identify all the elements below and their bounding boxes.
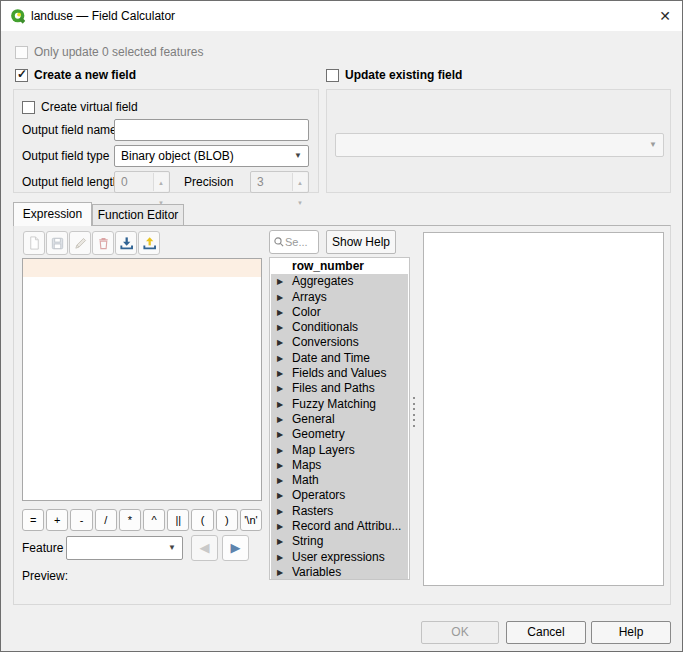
title-bar: landuse — Field Calculator ✕ [1,1,682,31]
output-field-type-select[interactable]: Binary object (BLOB) ▼ [114,145,309,167]
spin-up-icon[interactable]: ▲ [158,173,164,193]
precision-value: 3 [257,175,264,189]
create-new-field-checkbox[interactable]: ✓ [15,69,28,82]
only-update-selected-label: Only update 0 selected features [34,45,203,60]
update-existing-field-checkbox[interactable] [326,69,339,82]
existing-field-select[interactable]: ▼ [335,133,664,157]
create-virtual-field-label: Create virtual field [41,100,138,115]
tab-expression-label: Expression [23,207,82,221]
tab-function-editor[interactable]: Function Editor [92,204,184,225]
precision-spinner[interactable]: 3 ▲ ▼ [250,171,309,193]
window-title: landuse — Field Calculator [31,1,175,31]
output-field-length-spinner[interactable]: 0 ▲ ▼ [114,171,170,193]
ok-button[interactable]: OK [421,621,499,644]
expression-tab-pane [13,225,671,605]
output-field-length-value: 0 [121,175,128,189]
create-new-field-label: Create a new field [34,68,136,83]
help-button[interactable]: Help [591,621,671,644]
output-field-name-input[interactable] [114,119,309,141]
spinner-arrows-icon[interactable]: ▲ ▼ [153,173,168,191]
qgis-logo-icon [10,8,27,25]
chevron-down-icon: ▼ [294,146,302,166]
cancel-button[interactable]: Cancel [506,621,586,644]
close-icon[interactable]: ✕ [650,2,680,30]
check-icon: ✓ [17,67,27,81]
update-existing-field-label: Update existing field [345,68,462,83]
output-field-type-label: Output field type [22,149,109,164]
output-field-length-label: Output field length [22,175,119,190]
spin-up-icon[interactable]: ▲ [297,173,303,193]
create-virtual-field-checkbox[interactable] [22,101,35,114]
new-field-group: Create virtual field Output field name O… [13,89,319,193]
spin-down-icon[interactable]: ▼ [297,193,303,213]
spinner-arrows-icon[interactable]: ▲ ▼ [292,173,307,191]
chevron-down-icon: ▼ [649,134,657,156]
update-existing-group: ▼ [326,89,671,193]
output-field-name-label: Output field name [22,123,117,138]
field-calculator-dialog: landuse — Field Calculator ✕ Only update… [0,0,683,652]
output-field-type-value: Binary object (BLOB) [121,149,234,163]
tab-expression[interactable]: Expression [13,202,92,226]
precision-label: Precision [184,175,233,190]
only-update-selected-checkbox[interactable] [15,46,28,59]
tab-function-editor-label: Function Editor [98,208,179,222]
